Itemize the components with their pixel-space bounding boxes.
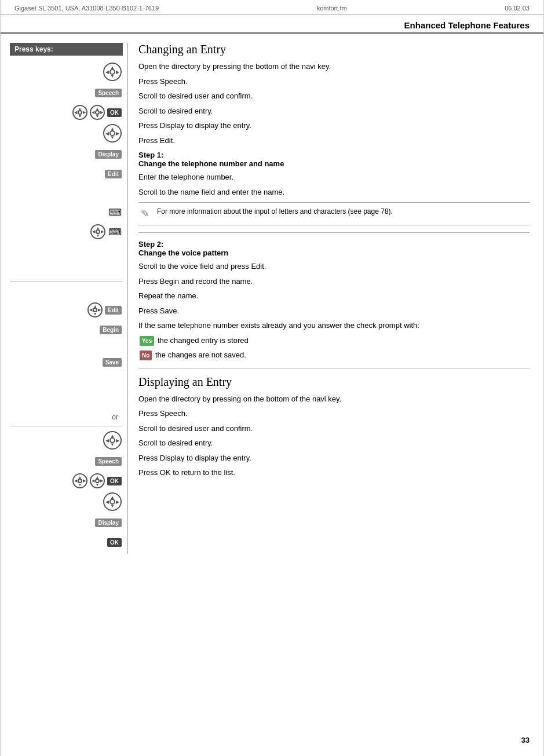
right-arrow: ▶ (116, 70, 119, 75)
or-label: or (10, 413, 123, 421)
bottom-arrow-2: ▼ (110, 135, 115, 140)
desc-4: Scroll to desired entry. (138, 105, 530, 117)
bottom-arrow-d1: ▼ (110, 442, 115, 447)
yes-badge: Yes (140, 336, 154, 346)
right-arrow-d1: ▶ (116, 438, 119, 443)
step-1-label: Step 1: Change the telephone number and … (138, 151, 530, 168)
desc-5: Press Display to display the entry. (138, 120, 530, 132)
left-divider-1 (10, 282, 123, 282)
display-key-1: Display (95, 150, 122, 159)
step-2-label: Step 2: Change the voice pattern (138, 240, 530, 257)
left-arrow: ◀ (105, 70, 109, 75)
page-number: 33 (521, 736, 530, 744)
navi-key-d4: ▲ ▼ ◀ ▶ (103, 492, 122, 511)
desc-d3: Scroll to desired user and confirm. (138, 423, 530, 434)
key-row-grid-1: ⌨ (10, 204, 123, 220)
navi-key-d3: ▲ ▼ ◀ ▶ (90, 473, 105, 488)
desc-d4: Scroll to desired entry. (138, 437, 530, 449)
left-column: Press keys: ▲ ▼ ◀ ▶ Speech ▲ (1, 43, 128, 554)
header-right: 06.02.03 (505, 5, 530, 12)
right-arrow-d4: ▶ (116, 499, 119, 505)
key-row-display-1: Display (10, 146, 123, 162)
left-arrow-d4: ◀ (105, 499, 109, 505)
yes-text: the changed entry is stored (158, 336, 249, 345)
desc-d1: Open the directory by pressing on the bo… (138, 393, 530, 405)
section-title-2: Displaying an Entry (138, 375, 530, 389)
ok-key-1: OK (107, 108, 122, 117)
note-box-1: ✎ For more information about the input o… (138, 202, 530, 225)
right-arrow-2: ▶ (116, 131, 119, 136)
ok-key-2: OK (107, 538, 122, 547)
navi-key-5: ▲ ▼ ◀ ▶ (90, 224, 105, 239)
desc-12: Press Save. (138, 305, 530, 317)
speech-key-2: Speech (95, 457, 122, 466)
no-badge: No (140, 350, 152, 360)
note-text-1: For more information about the input of … (157, 207, 393, 216)
navi-key-disp-1: ▲ ▼ ◀ ▶ (103, 431, 122, 450)
key-row-save: Save (10, 354, 123, 370)
step-2-title: Change the voice pattern (138, 249, 228, 257)
section-div-2 (138, 368, 530, 368)
step-2-bold: Step 2: (138, 240, 163, 249)
left-arrow-d1: ◀ (105, 438, 109, 443)
desc-no: No the changes are not saved. (138, 349, 530, 361)
key-row-navi-2: ▲ ▼ ◀ ▶ (10, 124, 123, 143)
header-center: komfort.fm (317, 5, 347, 12)
desc-d2: Press Speech. (138, 408, 530, 419)
note-icon-1: ✎ (141, 207, 152, 220)
desc-11: Repeat the name. (138, 290, 530, 302)
main-content: Press keys: ▲ ▼ ◀ ▶ Speech ▲ (1, 34, 543, 554)
speech-key-1: Speech (95, 89, 122, 97)
desc-7: Enter the telephone number. (138, 171, 530, 183)
step-1-bold: Step 1: (138, 151, 163, 159)
key-row-disp-navi: ▲ ▼ ◀ ▶ (10, 431, 123, 450)
navi-key-4: ▲ ▼ ◀ ▶ (103, 124, 122, 143)
desc-d5: Press Display to display the entry. (138, 452, 530, 464)
desc-9: Scroll to the voice field and press Edit… (138, 261, 530, 272)
grid-icon-2: ⌨ (108, 225, 122, 239)
desc-8: Scroll to the name field and enter the n… (138, 187, 530, 198)
navi-key-1: ▲ ▼ ◀ ▶ (103, 63, 122, 81)
desc-3: Scroll to desired user and confirm. (138, 90, 530, 102)
bottom-arrow: ▼ (110, 74, 115, 79)
left-arrow-2: ◀ (105, 131, 109, 136)
bottom-arrow-d4: ▼ (110, 503, 115, 509)
desc-d6: Press OK to return to the list. (138, 467, 530, 479)
navi-key-d2: ▲ ▼ ◀ ▶ (72, 473, 87, 488)
key-row-1: ▲ ▼ ◀ ▶ (10, 63, 123, 81)
key-row-navi-edit: ▲ ▼ ◀ ▶ Edit (10, 302, 123, 318)
desc-10: Press Begin and record the name. (138, 276, 530, 287)
step-1-title: Change the telephone number and name (138, 159, 284, 168)
header-left: Gigaset SL 3501, USA, A31008-L350-B102-1… (14, 5, 159, 12)
display-key-2: Display (95, 518, 122, 527)
navi-key-2: ▲ ▼ ◀ ▶ (72, 105, 87, 120)
page: Gigaset SL 3501, USA, A31008-L350-B102-1… (0, 0, 544, 756)
ok-key-d1: OK (107, 477, 122, 485)
section-title-1: Changing an Entry (138, 43, 530, 56)
key-row-navi-ok-1: ▲ ▼ ◀ ▶ ▲ ▼ ◀ ▶ OK (10, 104, 123, 120)
right-column: Changing an Entry Open the directory by … (128, 43, 543, 554)
section-div-1 (138, 232, 530, 233)
edit-key-2: Edit (105, 306, 122, 315)
key-row-begin: Begin (10, 322, 123, 338)
desc-13: If the same telephone number exists alre… (138, 320, 530, 331)
key-row-navi-d4: ▲ ▼ ◀ ▶ (10, 492, 123, 511)
navi-key-6: ▲ ▼ ◀ ▶ (87, 302, 103, 317)
no-text: the changes are not saved. (155, 350, 246, 359)
key-row-speech-2: Speech (10, 453, 123, 469)
navi-key-3: ▲ ▼ ◀ ▶ (90, 105, 105, 120)
key-row-edit-1: Edit (10, 166, 123, 182)
key-row-display-2: Display (10, 514, 123, 531)
begin-key: Begin (100, 326, 122, 334)
grid-icon-1: ⌨ (108, 205, 122, 219)
page-header: Gigaset SL 3501, USA, A31008-L350-B102-1… (1, 0, 543, 14)
desc-1: Open the directory by pressing the botto… (138, 61, 530, 72)
desc-yes: Yes the changed entry is stored (138, 335, 530, 346)
save-key: Save (103, 358, 122, 367)
key-row-navi-grid: ▲ ▼ ◀ ▶ ⌨ (10, 224, 123, 240)
page-title: Enhanced Telephone Features (1, 14, 543, 34)
key-row-ok-2: OK (10, 534, 123, 550)
left-divider-2 (10, 426, 123, 426)
key-row-speech-1: Speech (10, 85, 123, 101)
desc-2: Press Speech. (138, 76, 530, 87)
